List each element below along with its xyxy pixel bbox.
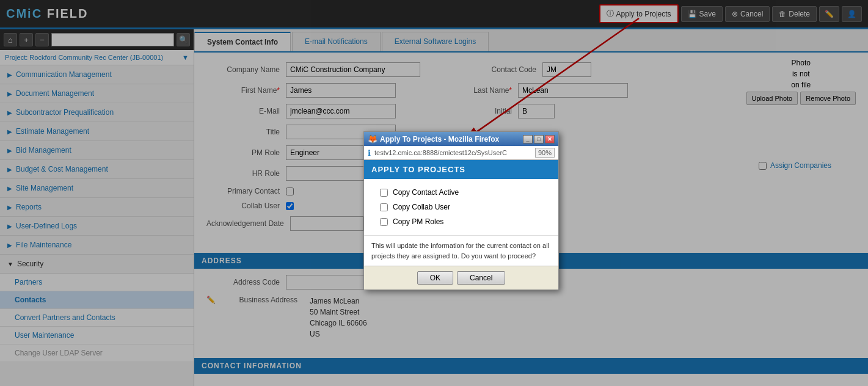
dialog-body: APPLY TO PROJECTS Copy Contact Active Co… — [364, 160, 558, 266]
copy-contact-active-checkbox[interactable] — [380, 189, 388, 197]
apply-to-projects-dialog: 🦊 Apply To Projects - Mozilla Firefox _ … — [363, 131, 559, 290]
dialog-cancel-button[interactable]: Cancel — [457, 271, 505, 285]
dialog-description: This will update the information for the… — [364, 235, 558, 266]
dialog-title: Apply To Projects - Mozilla Firefox — [380, 135, 499, 144]
firefox-icon: 🦊 — [368, 134, 377, 144]
dialog-titlebar-left: 🦊 Apply To Projects - Mozilla Firefox — [368, 134, 499, 144]
modal-overlay: 🦊 Apply To Projects - Mozilla Firefox _ … — [0, 0, 868, 386]
info-icon: ℹ — [368, 148, 371, 158]
dialog-titlebar: 🦊 Apply To Projects - Mozilla Firefox _ … — [364, 132, 558, 146]
dialog-ok-button[interactable]: OK — [417, 271, 453, 285]
dialog-restore-button[interactable]: □ — [534, 135, 544, 144]
dialog-footer: OK Cancel — [364, 266, 558, 290]
copy-contact-active-label: Copy Contact Active — [393, 188, 459, 197]
option-copy-contact-active-row: Copy Contact Active — [374, 185, 549, 200]
option-copy-pm-roles-row: Copy PM Roles — [374, 214, 549, 229]
dialog-controls: _ □ ✕ — [523, 135, 555, 144]
zoom-level: 90% — [535, 148, 555, 158]
dialog-url: testv12.cmic.ca:8888/cmictest12c/SysUser… — [374, 149, 507, 156]
dialog-header: APPLY TO PROJECTS — [364, 160, 558, 179]
copy-pm-roles-label: Copy PM Roles — [393, 217, 443, 226]
dialog-options: Copy Contact Active Copy Collab User Cop… — [364, 179, 558, 235]
copy-collab-user-label: Copy Collab User — [393, 203, 450, 211]
dialog-minimize-button[interactable]: _ — [523, 135, 533, 144]
dialog-close-button[interactable]: ✕ — [545, 135, 555, 144]
option-copy-collab-user-row: Copy Collab User — [374, 200, 549, 214]
copy-pm-roles-checkbox[interactable] — [380, 218, 388, 226]
copy-collab-user-checkbox[interactable] — [380, 203, 388, 211]
dialog-url-bar: ℹ testv12.cmic.ca:8888/cmictest12c/SysUs… — [364, 146, 558, 160]
